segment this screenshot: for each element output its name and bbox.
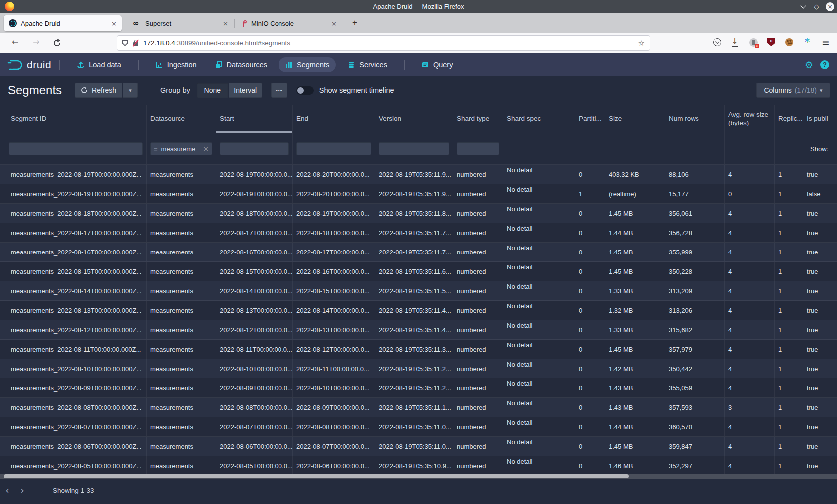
maximize-button[interactable]: ◇	[812, 2, 821, 11]
download-icon: ↓	[732, 38, 738, 47]
cell-version: 2022-08-19T05:35:11.0...	[375, 417, 453, 436]
druid-brand[interactable]: druid	[7, 58, 51, 71]
table-row[interactable]: measurements_2022-08-16T00:00:00.000Z...…	[0, 243, 837, 262]
reload-button[interactable]	[53, 39, 61, 47]
cell-segment-id: measurements_2022-08-13T00:00:00.000Z...	[0, 301, 147, 320]
downloads-button[interactable]: ↓	[729, 37, 740, 48]
col-header-datasource[interactable]: Datasource	[147, 105, 216, 133]
more-options-button[interactable]: •••	[271, 83, 287, 98]
nav-segments[interactable]: Segments	[279, 57, 336, 72]
cell-shard-type: numbered	[453, 417, 503, 436]
remove-filter-icon[interactable]: ×	[203, 145, 209, 153]
col-header-replication[interactable]: Replic...	[775, 105, 803, 133]
nav-services[interactable]: Services	[341, 57, 394, 72]
table-row[interactable]: measurements_2022-08-19T00:00:00.000Z...…	[0, 184, 837, 204]
segment-timeline-toggle[interactable]	[296, 86, 314, 95]
menu-button[interactable]: ≡	[820, 37, 831, 48]
previous-page-button[interactable]: ‹	[0, 483, 15, 497]
segment-timeline-label: Show segment timeline	[319, 86, 394, 94]
table-row[interactable]: measurements_2022-08-15T00:00:00.000Z...…	[0, 262, 837, 281]
cell-avg-row-size: 0	[725, 184, 775, 203]
table-row[interactable]: measurements_2022-08-13T00:00:00.000Z...…	[0, 301, 837, 320]
url-bar[interactable]: 172.18.0.4:30899/unified-console.html#se…	[117, 35, 650, 51]
next-page-button[interactable]: ›	[15, 483, 30, 497]
languagetool-button[interactable]: *	[802, 37, 813, 48]
col-header-shard-spec[interactable]: Shard spec	[503, 105, 575, 133]
tab-apache-druid[interactable]: Apache Druid ×	[4, 15, 122, 31]
filter-version-input[interactable]	[379, 142, 449, 155]
cell-replication: 1	[775, 223, 803, 242]
cell-partition: 0	[575, 243, 605, 261]
col-header-is-published[interactable]: Is publi	[803, 105, 837, 133]
minimize-button[interactable]	[799, 2, 807, 11]
nav-datasources[interactable]: Datasources	[208, 57, 274, 72]
col-header-partition[interactable]: Partiti...	[575, 105, 605, 133]
nav-load-data[interactable]: Load data	[70, 57, 128, 72]
group-by-none-button[interactable]: None	[197, 83, 228, 98]
col-header-start[interactable]: Start	[216, 105, 293, 133]
columns-button[interactable]: Columns (17/18) ▾	[756, 83, 830, 98]
horizontal-scrollbar[interactable]	[0, 474, 837, 479]
col-header-size[interactable]: Size	[605, 105, 665, 133]
cell-replication: 1	[775, 456, 803, 475]
group-by-interval-button[interactable]: Interval	[229, 83, 262, 98]
table-row[interactable]: measurements_2022-08-11T00:00:00.000Z...…	[0, 340, 837, 359]
tab-close-icon[interactable]: ×	[106, 20, 117, 27]
filter-segment-id-input[interactable]	[9, 142, 143, 155]
pocket-icon	[713, 38, 721, 46]
tab-close-icon[interactable]: ×	[326, 20, 337, 27]
cell-shard-spec: No detail	[503, 204, 575, 223]
cell-version: 2022-08-19T05:35:11.8...	[375, 204, 453, 223]
table-row[interactable]: measurements_2022-08-14T00:00:00.000Z...…	[0, 281, 837, 301]
col-header-version[interactable]: Version	[375, 105, 453, 133]
table-row[interactable]: measurements_2022-08-19T00:00:00.000Z...…	[0, 165, 837, 184]
pocket-button[interactable]	[712, 37, 723, 48]
new-tab-button[interactable]: +	[349, 17, 361, 29]
cell-partition: 0	[575, 340, 605, 359]
cell-datasource: measurements	[147, 359, 216, 378]
layers-icon	[215, 61, 223, 69]
filter-start-input[interactable]	[220, 142, 289, 155]
scrollbar-thumb[interactable]	[4, 474, 629, 478]
col-header-num-rows[interactable]: Num rows	[665, 105, 725, 133]
table-row[interactable]: measurements_2022-08-12T00:00:00.000Z...…	[0, 320, 837, 340]
tab-minio-console[interactable]: MinIO Console ×	[236, 15, 342, 31]
refresh-button[interactable]: Refresh	[75, 83, 122, 98]
filter-shard-type-input[interactable]	[457, 142, 499, 155]
table-row[interactable]: measurements_2022-08-09T00:00:00.000Z...…	[0, 378, 837, 398]
filter-end-input[interactable]	[296, 142, 371, 155]
cell-size: 1.43 MB	[605, 378, 665, 397]
cookie-extension-button[interactable]	[784, 37, 795, 48]
table-row[interactable]: measurements_2022-08-10T00:00:00.000Z...…	[0, 359, 837, 378]
insecure-lock-icon[interactable]	[133, 40, 139, 46]
tab-close-icon[interactable]: ×	[218, 20, 228, 27]
filter-is-published-select[interactable]: Show:	[806, 142, 837, 155]
forward-button[interactable]: →	[33, 37, 39, 47]
table-row[interactable]: measurements_2022-08-17T00:00:00.000Z...…	[0, 223, 837, 243]
cell-size: 1.45 MB	[605, 340, 665, 359]
grid-icon	[285, 61, 293, 69]
extension-button[interactable]	[748, 37, 759, 48]
col-header-avg-row-size[interactable]: Avg. row size (bytes)	[725, 105, 775, 133]
nav-query[interactable]: Query	[415, 57, 460, 72]
col-header-end[interactable]: End	[293, 105, 375, 133]
bookmark-star-icon[interactable]: ☆	[638, 39, 645, 48]
tab-superset[interactable]: ∞ Superset ×	[128, 15, 233, 31]
tracking-shield-icon[interactable]	[122, 40, 128, 46]
table-row[interactable]: measurements_2022-08-18T00:00:00.000Z...…	[0, 204, 837, 223]
settings-gear-icon[interactable]: ⚙	[805, 59, 813, 70]
cell-segment-id: measurements_2022-08-11T00:00:00.000Z...	[0, 340, 147, 359]
close-button[interactable]: ×	[826, 2, 834, 11]
table-row[interactable]: measurements_2022-08-05T00:00:00.000Z...…	[0, 456, 837, 476]
col-header-segment-id[interactable]: Segment ID	[0, 105, 147, 133]
table-row[interactable]: measurements_2022-08-07T00:00:00.000Z...…	[0, 417, 837, 437]
back-button[interactable]: ←	[12, 37, 18, 47]
filter-datasource-chip[interactable]: = measureme ×	[150, 142, 212, 155]
col-header-shard-type[interactable]: Shard type	[453, 105, 503, 133]
ublock-button[interactable]: U	[766, 37, 777, 48]
refresh-dropdown-button[interactable]: ▾	[123, 83, 138, 98]
nav-ingestion[interactable]: Ingestion	[149, 57, 203, 72]
table-row[interactable]: measurements_2022-08-06T00:00:00.000Z...…	[0, 437, 837, 456]
table-row[interactable]: measurements_2022-08-08T00:00:00.000Z...…	[0, 398, 837, 417]
help-icon[interactable]: ?	[820, 60, 829, 69]
